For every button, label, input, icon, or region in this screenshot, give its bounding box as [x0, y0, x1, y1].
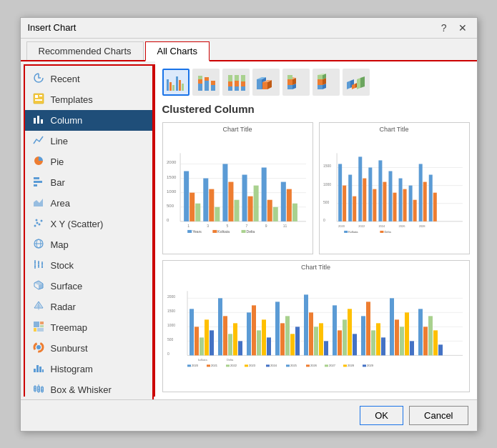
svg-rect-221	[280, 323, 285, 355]
sidebar-item-templates[interactable]: Templates	[25, 89, 152, 110]
svg-rect-233	[348, 309, 352, 355]
svg-point-11	[34, 224, 36, 227]
pie-icon	[32, 155, 45, 169]
chart-previews: Chart Title 0 500 1000 1500 2000	[162, 122, 470, 392]
svg-text:1500: 1500	[167, 174, 177, 179]
svg-text:1000: 1000	[167, 189, 177, 193]
svg-text:2026: 2026	[310, 364, 318, 367]
sidebar-item-scatter[interactable]: X Y (Scatter)	[25, 214, 152, 234]
svg-rect-138	[261, 167, 266, 221]
svg-rect-152	[212, 229, 217, 232]
chart-icon-clustered-column[interactable]	[162, 69, 190, 96]
svg-rect-170	[363, 178, 366, 221]
svg-point-39	[36, 345, 41, 349]
svg-rect-206	[195, 327, 199, 355]
close-button[interactable]: ✕	[456, 22, 470, 34]
sidebar-label-box-whisker: Box & Whisker	[51, 384, 112, 395]
svg-rect-210	[218, 298, 222, 355]
svg-rect-34	[34, 322, 39, 327]
sidebar-item-radar[interactable]: Radar	[25, 297, 152, 317]
dialog-footer: OK Cancel	[21, 399, 477, 431]
svg-rect-72	[198, 76, 202, 79]
tab-all-charts[interactable]: All Charts	[145, 41, 210, 61]
svg-rect-252	[187, 364, 191, 367]
svg-rect-215	[247, 312, 251, 355]
svg-rect-73	[205, 81, 209, 91]
svg-rect-220	[275, 302, 280, 355]
svg-rect-74	[205, 77, 209, 81]
svg-marker-95	[287, 79, 292, 85]
svg-rect-68	[179, 80, 181, 91]
sidebar-item-line[interactable]: Line	[25, 131, 152, 151]
svg-rect-249	[438, 344, 443, 355]
svg-rect-84	[241, 81, 245, 86]
sidebar-item-area[interactable]: Area	[25, 193, 152, 214]
svg-rect-7	[34, 177, 39, 179]
ok-button[interactable]: OK	[360, 406, 403, 425]
chart-icon-3d-100stacked[interactable]	[313, 69, 340, 96]
svg-rect-132	[222, 164, 227, 221]
svg-text:5: 5	[226, 223, 228, 227]
svg-marker-92	[287, 85, 292, 89]
svg-rect-79	[228, 75, 232, 81]
svg-text:0: 0	[167, 217, 169, 221]
chart-icon-3d-column[interactable]	[343, 69, 370, 96]
svg-rect-180	[413, 199, 416, 221]
preview-2-title: Chart Title	[323, 126, 466, 133]
sidebar-item-pie[interactable]: Pie	[25, 151, 152, 172]
svg-text:2028: 2028	[418, 224, 425, 227]
sidebar-label-stock: Stock	[51, 260, 74, 271]
sidebar-item-box-whisker[interactable]: Box & Whisker	[25, 379, 152, 399]
svg-marker-112	[357, 78, 360, 89]
svg-text:Years: Years	[192, 229, 202, 233]
svg-rect-82	[235, 75, 239, 81]
svg-rect-183	[428, 174, 432, 221]
column-icon	[32, 114, 45, 127]
content-area: Recent Templates Column	[21, 61, 477, 399]
sidebar-item-recent[interactable]: Recent	[25, 69, 152, 89]
svg-rect-258	[245, 364, 248, 367]
chart-icon-stacked-column[interactable]	[192, 69, 220, 96]
sidebar-item-map[interactable]: Map	[25, 234, 152, 255]
sidebar-item-treemap[interactable]: Treemap	[25, 317, 152, 338]
svg-text:1000: 1000	[167, 323, 175, 327]
cancel-button[interactable]: Cancel	[409, 406, 468, 425]
sidebar-item-stock[interactable]: Stock	[25, 255, 152, 276]
svg-rect-134	[234, 199, 239, 221]
svg-rect-208	[205, 319, 209, 355]
svg-rect-67	[176, 76, 178, 91]
svg-rect-135	[242, 174, 247, 221]
chart-icon-100stacked-column[interactable]	[222, 69, 250, 96]
svg-text:2025: 2025	[290, 364, 297, 367]
sidebar-item-column[interactable]: Column	[25, 110, 152, 131]
sidebar-item-surface[interactable]: Surface	[25, 276, 152, 297]
tab-recommended[interactable]: Recommended Charts	[26, 41, 144, 60]
svg-rect-223	[290, 334, 295, 355]
svg-rect-75	[211, 85, 215, 91]
tabs-bar: Recommended Charts All Charts	[21, 39, 477, 61]
svg-rect-212	[228, 334, 232, 355]
help-button[interactable]: ?	[438, 22, 450, 34]
svg-rect-177	[398, 178, 402, 221]
chart-preview-2[interactable]: Chart Title 0 500 1000 1500	[319, 122, 470, 254]
chart-icon-3d-clustered[interactable]	[252, 69, 280, 96]
svg-rect-66	[172, 85, 174, 91]
sidebar-item-histogram[interactable]: Histogram	[25, 359, 152, 379]
chart-preview-3[interactable]: Chart Title 0 500 1000 1500 2000	[162, 260, 470, 392]
svg-rect-71	[198, 79, 202, 84]
svg-marker-89	[262, 82, 267, 89]
chart-icon-3d-stacked[interactable]	[282, 69, 310, 96]
chart-preview-1[interactable]: Chart Title 0 500 1000 1500 2000	[162, 122, 313, 254]
svg-rect-178	[403, 189, 406, 221]
svg-marker-98	[287, 75, 292, 79]
svg-text:500: 500	[323, 199, 330, 204]
preview-3-title: Chart Title	[166, 264, 466, 271]
sidebar-label-radar: Radar	[51, 302, 76, 312]
preview-1-title: Chart Title	[166, 126, 310, 133]
svg-rect-1	[35, 95, 38, 98]
svg-rect-167	[348, 174, 352, 221]
svg-rect-141	[280, 181, 285, 221]
sidebar-item-sunburst[interactable]: Sunburst	[25, 338, 152, 359]
svg-text:1: 1	[187, 223, 190, 227]
sidebar-item-bar[interactable]: Bar	[25, 172, 152, 193]
